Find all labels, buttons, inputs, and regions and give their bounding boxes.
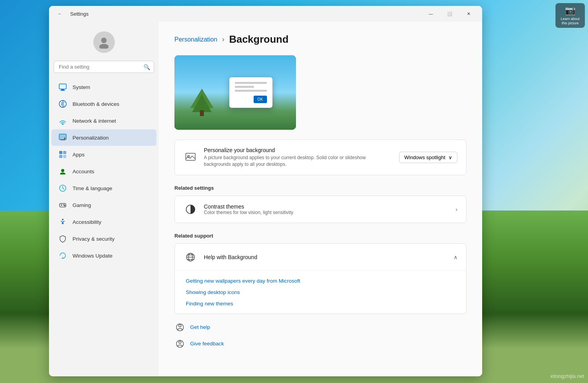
svg-rect-2 <box>59 84 66 89</box>
sidebar-label-update: Windows Update <box>73 253 113 259</box>
sidebar-item-system[interactable]: System <box>51 79 156 95</box>
svg-rect-12 <box>63 155 66 158</box>
close-icon: ✕ <box>467 11 470 16</box>
minimize-icon: — <box>429 11 433 16</box>
personalize-title: Personalize your background <box>204 147 393 153</box>
breadcrumb-parent[interactable]: Personalization <box>174 36 217 43</box>
get-help-icon <box>174 322 185 333</box>
title-bar-left: ← Settings <box>54 7 89 20</box>
main-content: Personalization › Background <box>159 22 482 376</box>
help-header[interactable]: Help with Background ∧ <box>175 244 466 271</box>
sidebar-label-privacy: Privacy & security <box>73 236 114 242</box>
give-feedback-icon <box>174 338 185 349</box>
give-feedback-label: Give feedback <box>190 341 224 347</box>
dialog-line-3 <box>235 90 267 92</box>
svg-rect-11 <box>59 155 62 158</box>
svg-rect-22 <box>186 153 195 160</box>
personalization-icon <box>58 133 67 142</box>
footer-actions: Get help Give feedback <box>174 322 466 349</box>
minimize-button[interactable]: — <box>422 7 440 20</box>
sidebar-label-system: System <box>73 84 90 90</box>
personalize-desc: A picture background applies to your cur… <box>204 154 393 168</box>
help-links-container: Getting new wallpapers every day from Mi… <box>175 271 466 314</box>
user-avatar-container <box>49 25 159 61</box>
breadcrumb-row: Personalization › Background <box>174 33 466 45</box>
maximize-icon: ⬜ <box>447 11 452 16</box>
personalize-background-card: Personalize your background A picture ba… <box>174 140 466 175</box>
svg-point-0 <box>101 38 107 43</box>
accounts-icon <box>58 167 67 176</box>
svg-point-6 <box>62 124 64 125</box>
preview-dialog-button: OK <box>254 96 267 103</box>
get-help-item[interactable]: Get help <box>174 322 466 333</box>
related-settings-list: Contrast themes Color themes for low vis… <box>174 196 466 223</box>
sidebar-label-network: Network & internet <box>73 118 116 124</box>
sidebar-label-bluetooth: Bluetooth & devices <box>73 101 119 107</box>
privacy-icon <box>58 234 67 243</box>
sidebar-item-privacy[interactable]: Privacy & security <box>51 231 156 247</box>
preview-dialog: OK <box>229 77 272 108</box>
help-info: Help with Background <box>204 254 454 260</box>
contrast-desc: Color themes for low vision, light sensi… <box>204 210 456 215</box>
sidebar-item-time[interactable]: Time & language <box>51 180 156 196</box>
svg-rect-21 <box>200 110 204 116</box>
window-title: Settings <box>70 11 89 17</box>
bluetooth-icon <box>58 100 67 108</box>
help-section: Help with Background ∧ Getting new wallp… <box>174 243 466 314</box>
svg-point-13 <box>61 169 64 172</box>
page-title: Background <box>229 33 289 45</box>
time-icon <box>58 184 67 192</box>
search-box: 🔍 <box>54 61 154 73</box>
update-icon <box>58 251 67 260</box>
dialog-line-2 <box>235 86 254 88</box>
contrast-themes-item[interactable]: Contrast themes Color themes for low vis… <box>175 196 466 223</box>
background-type-dropdown[interactable]: Windows spotlight ∨ <box>399 152 457 163</box>
back-icon: ← <box>58 11 62 16</box>
sidebar-item-network[interactable]: Network & internet <box>51 113 156 129</box>
svg-rect-10 <box>63 151 66 154</box>
sidebar-item-update[interactable]: Windows Update <box>51 247 156 264</box>
personalize-row: Personalize your background A picture ba… <box>183 147 457 168</box>
learn-picture-label: Learn about this picture <box>559 17 582 25</box>
globe-icon <box>183 250 198 264</box>
learn-picture-button[interactable]: 📷 Learn about this picture <box>555 3 585 28</box>
avatar <box>93 31 115 53</box>
sidebar-item-personalization[interactable]: Personalization <box>51 129 156 146</box>
sidebar-label-time: Time & language <box>73 185 113 191</box>
dialog-lines <box>235 82 267 92</box>
camera-icon: 📷 <box>559 5 582 16</box>
sidebar: 🔍 System <box>49 22 159 376</box>
svg-rect-3 <box>61 89 64 90</box>
sidebar-label-accounts: Accounts <box>73 169 94 174</box>
sidebar-item-gaming[interactable]: Gaming <box>51 197 156 213</box>
sidebar-item-accounts[interactable]: Accounts <box>51 163 156 180</box>
sidebar-label-apps: Apps <box>73 152 85 158</box>
sidebar-label-accessibility: Accessibility <box>73 219 102 225</box>
contrast-info: Contrast themes Color themes for low vis… <box>204 203 456 215</box>
maximize-button[interactable]: ⬜ <box>441 7 459 20</box>
svg-rect-9 <box>59 151 62 154</box>
accessibility-icon <box>58 218 67 226</box>
close-button[interactable]: ✕ <box>459 7 477 20</box>
back-button[interactable]: ← <box>54 7 66 20</box>
contrast-icon <box>183 202 198 216</box>
contrast-title: Contrast themes <box>204 203 456 210</box>
svg-point-1 <box>99 44 109 49</box>
sidebar-item-apps[interactable]: Apps <box>51 146 156 163</box>
svg-rect-4 <box>60 90 65 91</box>
personalize-control: Windows spotlight ∨ <box>399 152 457 163</box>
settings-window: ← Settings — ⬜ ✕ <box>49 6 482 376</box>
sidebar-item-accessibility[interactable]: Accessibility <box>51 214 156 230</box>
help-link-3[interactable]: Finding new themes <box>186 301 455 307</box>
apps-icon <box>58 150 67 159</box>
gaming-icon <box>58 201 67 209</box>
watermark: xitongzhijia.net <box>550 373 584 379</box>
sidebar-label-personalization: Personalization <box>73 135 109 141</box>
help-link-1[interactable]: Getting new wallpapers every day from Mi… <box>186 278 455 284</box>
related-support-title: Related support <box>174 233 466 239</box>
give-feedback-item[interactable]: Give feedback <box>174 338 466 349</box>
search-icon: 🔍 <box>143 64 150 70</box>
help-link-2[interactable]: Showing desktop icons <box>186 289 455 295</box>
search-input[interactable] <box>54 61 154 73</box>
sidebar-item-bluetooth[interactable]: Bluetooth & devices <box>51 96 156 112</box>
